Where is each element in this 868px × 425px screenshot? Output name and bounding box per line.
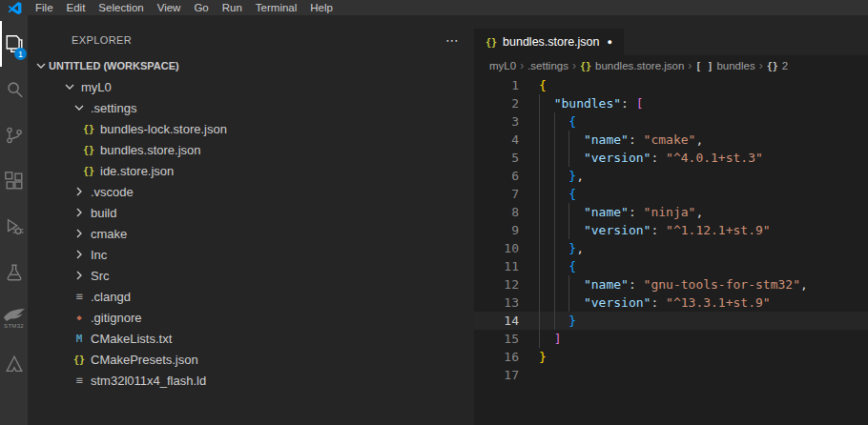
text-file-icon: ≡ xyxy=(72,374,87,387)
code-line-1[interactable]: 1{ xyxy=(474,76,868,94)
tree-item-bundles-lock-store-json[interactable]: {}bundles-lock.store.json xyxy=(28,118,474,139)
workspace-header[interactable]: UNTITLED (WORKSPACE) xyxy=(28,55,474,76)
tree-item-label: myL0 xyxy=(81,80,112,94)
tree-item-stm32l011x4-flash-ld[interactable]: ≡stm32l011x4_flash.ld xyxy=(28,370,474,391)
line-content: { xyxy=(519,185,576,203)
breadcrumb-bundles-store-json[interactable]: {}bundles.store.json xyxy=(580,60,684,71)
cmake-icon: M xyxy=(72,333,87,345)
tab-bundles-store-json[interactable]: {} bundles.store.json ● xyxy=(474,29,624,55)
activity-stm32-tools[interactable] xyxy=(0,341,28,387)
activity-explorer[interactable]: 1 xyxy=(0,21,28,67)
tree-item--clangd[interactable]: ≡.clangd xyxy=(28,286,474,307)
breadcrumb-separator-icon: › xyxy=(572,59,576,72)
menu-help[interactable]: Help xyxy=(303,0,340,15)
tree-item-src[interactable]: Src xyxy=(28,265,474,286)
sidebar-header: EXPLORER ⋯ xyxy=(28,15,474,55)
tree-item--vscode[interactable]: .vscode xyxy=(28,181,474,202)
stm32-tools-icon xyxy=(4,354,25,374)
code-line-5[interactable]: 5 "version": "^4.0.1+st.3" xyxy=(474,149,868,167)
tree-item-label: bundles-lock.store.json xyxy=(100,122,227,136)
line-content: "name": "cmake", xyxy=(519,131,703,149)
tree-item-cmake[interactable]: cmake xyxy=(28,223,474,244)
code-line-4[interactable]: 4 "name": "cmake", xyxy=(474,131,868,149)
activity-stm32[interactable]: STM32 xyxy=(0,295,28,341)
json-icon: {} xyxy=(81,145,96,155)
activity-source-control[interactable] xyxy=(0,112,28,158)
code-token: "version" xyxy=(584,295,651,310)
code-token: "^4.0.1+st.3" xyxy=(666,151,763,165)
indent-guide xyxy=(539,203,540,221)
tree-item-label: bundles.store.json xyxy=(100,143,201,157)
menu-terminal[interactable]: Terminal xyxy=(249,0,303,15)
menu-file[interactable]: File xyxy=(29,0,60,15)
explorer-sidebar: EXPLORER ⋯ UNTITLED (WORKSPACE) myL0.set… xyxy=(28,15,474,425)
modified-dot-icon[interactable]: ● xyxy=(608,37,612,47)
code-line-17[interactable]: 17 xyxy=(474,366,868,384)
breadcrumb-2[interactable]: {}2 xyxy=(767,60,788,71)
tree-item-cmakepresets-json[interactable]: {}CMakePresets.json xyxy=(28,349,474,370)
code-token: "gnu-tools-for-stm32" xyxy=(644,277,800,292)
tree-item-cmakelists-txt[interactable]: MCMakeLists.txt xyxy=(28,328,474,349)
code-line-13[interactable]: 13 "version": "^13.3.1+st.9" xyxy=(474,293,868,312)
code-line-16[interactable]: 16} xyxy=(474,348,868,366)
activity-search[interactable] xyxy=(0,67,28,112)
indent-guide xyxy=(568,293,569,312)
code-line-9[interactable]: 9 "version": "^1.12.1+st.9" xyxy=(474,221,868,239)
code-token: [ xyxy=(636,96,644,111)
tree-item-build[interactable]: build xyxy=(28,202,474,223)
json-icon: {} xyxy=(81,166,96,176)
menu-edit[interactable]: Edit xyxy=(60,0,93,15)
extensions-icon xyxy=(4,171,25,192)
line-number: 3 xyxy=(474,112,519,131)
tree-item-label: CMakePresets.json xyxy=(91,353,198,367)
tree-item-inc[interactable]: Inc xyxy=(28,244,474,265)
menu-selection[interactable]: Selection xyxy=(92,0,150,15)
code-area[interactable]: 1{2 "bundles": [3 {4 "name": "cmake",5 "… xyxy=(474,76,868,425)
tree-item--settings[interactable]: .settings xyxy=(28,97,474,118)
tree-item--gitignore[interactable]: ◆.gitignore xyxy=(28,307,474,328)
code-token: { xyxy=(568,187,576,201)
code-line-10[interactable]: 10 }, xyxy=(474,239,868,257)
indent-guide xyxy=(568,275,569,293)
line-content: { xyxy=(519,257,576,275)
line-number: 9 xyxy=(474,221,519,239)
code-line-7[interactable]: 7 { xyxy=(474,185,868,203)
tree-item-label: .settings xyxy=(91,101,136,115)
menu-run[interactable]: Run xyxy=(216,0,249,15)
line-number: 8 xyxy=(474,203,519,221)
code-line-3[interactable]: 3 { xyxy=(474,112,868,131)
code-line-15[interactable]: 15 ] xyxy=(474,330,868,348)
code-line-6[interactable]: 6 }, xyxy=(474,167,868,185)
stm32-bird-icon xyxy=(3,308,26,322)
menu-view[interactable]: View xyxy=(151,0,188,15)
code-token: : xyxy=(629,132,644,147)
breadcrumb-label: .settings xyxy=(527,60,568,71)
tree-item-label: .clangd xyxy=(91,290,131,304)
tree-item-ide-store-json[interactable]: {}ide.store.json xyxy=(28,160,474,181)
indent-guide xyxy=(568,221,569,239)
tree-item-bundles-store-json[interactable]: {}bundles.store.json xyxy=(28,139,474,160)
indent-guide xyxy=(554,221,555,239)
code-line-2[interactable]: 2 "bundles": [ xyxy=(474,94,868,112)
code-line-12[interactable]: 12 "name": "gnu-tools-for-stm32", xyxy=(474,275,868,293)
activity-run-and-debug[interactable] xyxy=(0,204,28,250)
code-token xyxy=(539,332,554,346)
indent-guide xyxy=(539,257,540,275)
indent-guide xyxy=(539,330,540,348)
code-line-14[interactable]: 14 } xyxy=(474,312,868,330)
activity-extensions[interactable] xyxy=(0,158,28,204)
code-line-11[interactable]: 11 { xyxy=(474,257,868,275)
code-token xyxy=(539,151,584,165)
tree-item-myl0[interactable]: myL0 xyxy=(28,76,474,97)
code-token xyxy=(539,277,584,292)
explorer-tree: myL0.settings{}bundles-lock.store.json{}… xyxy=(28,76,474,425)
code-token: : xyxy=(651,223,666,237)
more-actions-icon[interactable]: ⋯ xyxy=(445,35,459,45)
breadcrumb--settings[interactable]: .settings xyxy=(527,60,568,71)
code-line-8[interactable]: 8 "name": "ninja", xyxy=(474,203,868,221)
menu-go[interactable]: Go xyxy=(187,0,215,15)
breadcrumb-bundles[interactable]: [ ]bundles xyxy=(695,60,754,71)
breadcrumb-myl0[interactable]: myL0 xyxy=(489,60,516,71)
code-token: "name" xyxy=(584,132,629,147)
activity-testing[interactable] xyxy=(0,250,28,295)
